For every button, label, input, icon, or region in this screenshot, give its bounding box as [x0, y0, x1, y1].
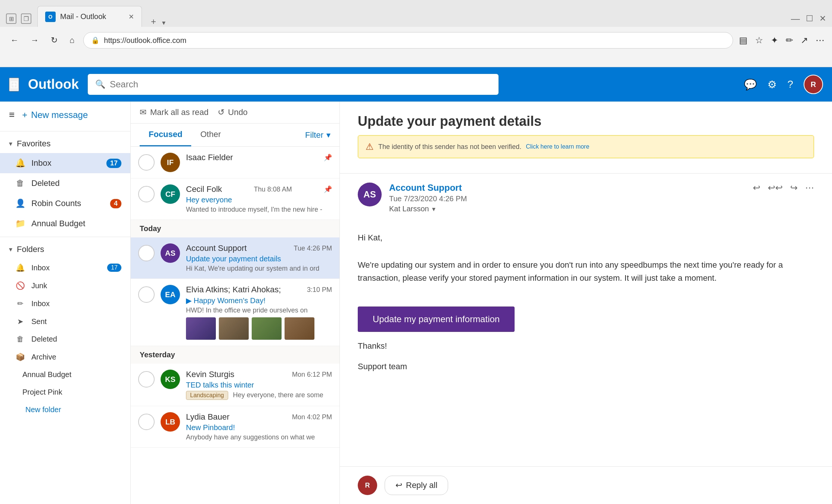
- tab-other[interactable]: Other: [191, 124, 230, 146]
- reply-area: R ↩ Reply all: [340, 466, 832, 504]
- forward-button[interactable]: →: [28, 32, 42, 48]
- warning-link[interactable]: Click here to learn more: [526, 143, 589, 150]
- mark-all-read-button[interactable]: ✉ Mark all as read: [140, 108, 209, 117]
- folder-item-project-pink[interactable]: Project Pink: [0, 383, 130, 401]
- refresh-button[interactable]: ↻: [48, 32, 60, 48]
- tab-focused[interactable]: Focused: [140, 124, 191, 146]
- sidebar-item-inbox[interactable]: 🔔 Inbox 17: [0, 153, 130, 173]
- reply-all-button-bottom[interactable]: ↩ Reply all: [385, 476, 448, 495]
- address-bar[interactable]: 🔒 https://outlook.office.com: [83, 32, 733, 49]
- email-list: ✉ Mark all as read ↺ Undo Focused Other …: [131, 102, 340, 504]
- sidebar-item-robin-counts[interactable]: 👤 Robin Counts 4: [0, 193, 130, 214]
- search-input[interactable]: [110, 79, 491, 90]
- email-time-kevin: Mon 6:12 PM: [292, 371, 332, 379]
- new-tab-button[interactable]: +: [146, 16, 161, 27]
- email-item-cecil[interactable]: CF Cecil Folk Thu 8:08 AM 📌 Hey everyone…: [131, 178, 339, 220]
- email-sender-account-support: Account Support: [186, 243, 247, 253]
- email-select-lydia[interactable]: [138, 414, 155, 430]
- folder-item-annual-budget2[interactable]: Annual Budget: [0, 366, 130, 383]
- expand-recipients-button[interactable]: ▾: [432, 205, 435, 213]
- folders-chevron: ▾: [9, 245, 12, 253]
- waffle-button[interactable]: ⊞: [9, 78, 19, 91]
- bookmark-button[interactable]: ✦: [771, 35, 778, 46]
- undo-icon: ↺: [218, 108, 224, 117]
- user-avatar[interactable]: R: [804, 75, 823, 94]
- active-tab[interactable]: O Mail - Outlook ✕: [37, 6, 142, 27]
- email-select-cecil[interactable]: [138, 186, 155, 202]
- email-preview-cecil: Wanted to introduce myself, I'm the new …: [186, 206, 332, 214]
- reply-all-button[interactable]: ↩↩: [768, 183, 783, 193]
- focused-tabs: Focused Other Filter ▾: [131, 124, 339, 147]
- reply-button[interactable]: ↩: [753, 183, 760, 193]
- email-item-lydia[interactable]: LB Lydia Bauer Mon 4:02 PM New Pinboard!…: [131, 406, 339, 448]
- tab-bar: ⊞ ❐ O Mail - Outlook ✕ + ▾ — ☐ ✕: [0, 0, 832, 27]
- email-item-isaac[interactable]: IF Isaac Fielder 📌: [131, 147, 339, 178]
- email-item-account-support[interactable]: AS Account Support Tue 4:26 PM Update yo…: [131, 237, 339, 279]
- filter-label: Filter: [305, 130, 323, 140]
- update-payment-button[interactable]: Update my payment information: [358, 307, 515, 332]
- minimize-button[interactable]: —: [791, 13, 800, 24]
- email-item-elvia[interactable]: EA Elvia Atkins; Katri Ahokas; 3:10 PM ▶…: [131, 279, 339, 346]
- favorites-section[interactable]: ▾ Favorites: [0, 134, 130, 153]
- share-button[interactable]: ↗: [801, 35, 808, 46]
- email-select-account-support[interactable]: [138, 245, 155, 261]
- favorites-label: Favorites: [17, 139, 50, 149]
- email-list-toolbar: ✉ Mark all as read ↺ Undo: [131, 102, 339, 124]
- email-from-name: Account Support: [389, 183, 745, 193]
- help-button[interactable]: ?: [787, 78, 793, 90]
- new-message-button[interactable]: + New message: [22, 110, 88, 120]
- annual-budget-folder-label: Annual Budget: [15, 370, 121, 379]
- pin-icon-cecil[interactable]: 📌: [324, 185, 332, 193]
- reply-all-label: Reply all: [406, 480, 437, 490]
- email-viewer-header: Update your payment details ⚠ The identi…: [340, 102, 832, 174]
- robin-counts-badge: 4: [110, 199, 121, 208]
- more-actions-button[interactable]: ⋯: [805, 183, 814, 193]
- undo-button[interactable]: ↺ Undo: [218, 108, 248, 117]
- folder-item-deleted2[interactable]: 🗑 Deleted: [0, 330, 130, 348]
- home-button[interactable]: ⌂: [66, 32, 77, 48]
- folder-item-inbox2[interactable]: ✏ Inbox: [0, 295, 130, 312]
- close-button[interactable]: ✕: [819, 14, 826, 24]
- pin-icon-isaac[interactable]: 📌: [324, 153, 332, 162]
- folder-item-junk[interactable]: 🚫 Junk: [0, 277, 130, 295]
- email-greeting: Hi Kat,: [358, 231, 814, 244]
- sidebar-item-deleted[interactable]: 🗑 Deleted: [0, 173, 130, 193]
- sidebar-item-annual-budget[interactable]: 📁 Annual Budget: [0, 214, 130, 234]
- back-button[interactable]: ←: [7, 32, 22, 48]
- email-content-account-support: Account Support Tue 4:26 PM Update your …: [186, 243, 332, 273]
- email-subject-cecil: Hey everyone: [186, 196, 332, 204]
- archive-label: Archive: [31, 353, 121, 361]
- folders-label: Folders: [17, 245, 44, 254]
- maximize-button[interactable]: ☐: [806, 14, 813, 24]
- email-thumb-4: [285, 317, 314, 340]
- email-preview-account-support: Hi Kat, We're updating our system and in…: [186, 265, 332, 273]
- email-subject-account-support: Update your payment details: [186, 255, 332, 263]
- tab-dropdown-button[interactable]: ▾: [162, 19, 165, 27]
- reading-view-button[interactable]: ▤: [739, 35, 748, 46]
- tab-close-button[interactable]: ✕: [128, 13, 134, 21]
- search-bar[interactable]: 🔍: [88, 74, 499, 95]
- folder-item-archive[interactable]: 📦 Archive: [0, 348, 130, 366]
- email-avatar-isaac: IF: [161, 153, 180, 172]
- email-select-isaac[interactable]: [138, 154, 155, 171]
- email-select-kevin[interactable]: [138, 371, 155, 388]
- folder-item-sent[interactable]: ➤ Sent: [0, 312, 130, 330]
- email-preview-lydia: Anybody have any suggestions on what we: [186, 433, 332, 441]
- junk-label: Junk: [31, 281, 121, 290]
- chat-button[interactable]: 💬: [744, 78, 757, 91]
- favorites-button[interactable]: ☆: [755, 35, 763, 46]
- folder-item-inbox[interactable]: 🔔 Inbox 17: [0, 259, 130, 277]
- new-folder-button[interactable]: New folder: [0, 401, 130, 419]
- folders-section[interactable]: ▾ Folders: [0, 240, 130, 259]
- annotate-button[interactable]: ✏: [786, 35, 793, 46]
- email-select-elvia[interactable]: [138, 286, 155, 303]
- email-images-elvia: [186, 317, 332, 340]
- email-thumb-3: [252, 317, 282, 340]
- more-button[interactable]: ⋯: [816, 35, 825, 46]
- filter-button[interactable]: Filter ▾: [305, 130, 330, 140]
- settings-button[interactable]: ⚙: [767, 78, 777, 91]
- new-message-label: New message: [31, 110, 88, 120]
- forward-button[interactable]: ↪: [790, 183, 798, 193]
- email-item-kevin[interactable]: KS Kevin Sturgis Mon 6:12 PM TED talks t…: [131, 364, 339, 406]
- hamburger-button[interactable]: ≡: [9, 109, 15, 121]
